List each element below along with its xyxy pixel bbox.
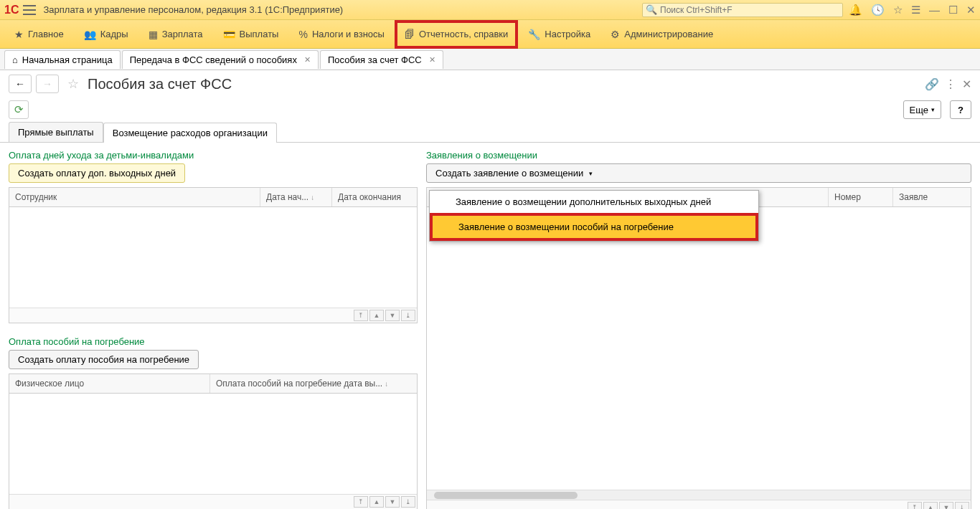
bell-icon[interactable]: 🔔 xyxy=(849,4,862,16)
kebab-icon[interactable]: ⋮ xyxy=(945,77,956,91)
logo-1c: 1C xyxy=(4,4,19,16)
section1-title: Оплата дней ухода за детьми-инвалидами xyxy=(9,150,418,161)
create-funeral-button[interactable]: Создать оплату пособия на погребение xyxy=(9,350,199,369)
menu-item-главное[interactable]: ★Главное xyxy=(4,20,74,49)
column-header[interactable]: Заявле xyxy=(893,188,936,206)
page-first-icon[interactable]: ⤒ xyxy=(908,502,922,509)
help-button[interactable]: ? xyxy=(950,100,971,119)
forward-button[interactable]: → xyxy=(36,75,59,93)
search-box[interactable]: 🔍 xyxy=(642,3,843,17)
section2-title: Оплата пособий на погребение xyxy=(9,336,418,347)
tab[interactable]: ⌂Начальная страница xyxy=(4,50,121,69)
grid2-body[interactable] xyxy=(9,394,417,494)
more-button[interactable]: Еще▾ xyxy=(903,100,941,119)
menu-icon: 💳 xyxy=(223,29,235,40)
menu-item-выплаты[interactable]: 💳Выплаты xyxy=(213,20,289,49)
page-last-icon[interactable]: ⤓ xyxy=(955,502,969,509)
page-first-icon[interactable]: ⤒ xyxy=(354,496,368,508)
menu-icon: 👥 xyxy=(84,29,96,40)
page-up-icon[interactable]: ▲ xyxy=(369,310,384,321)
star-icon[interactable]: ☆ xyxy=(893,4,903,16)
menu-icon: ▦ xyxy=(149,29,158,40)
create-request-button[interactable]: Создать заявление о возмещении▾ xyxy=(426,163,971,183)
maximize-icon[interactable]: ☐ xyxy=(948,4,958,16)
inner-tab[interactable]: Прямые выплаты xyxy=(9,122,103,142)
menu-item-отчетность-справки[interactable]: 🗐Отчетность, справки xyxy=(395,20,518,49)
horizontal-scrollbar[interactable] xyxy=(427,490,971,500)
column-header[interactable]: Номер xyxy=(829,188,893,206)
close-window-icon[interactable]: ✕ xyxy=(966,4,976,16)
page-down-icon[interactable]: ▼ xyxy=(385,310,400,321)
grid1-body[interactable] xyxy=(9,207,417,308)
close-tab-icon[interactable]: ✕ xyxy=(962,77,971,91)
home-icon: ⌂ xyxy=(12,54,18,65)
create-request-dropdown: Заявление о возмещении дополнительных вы… xyxy=(429,190,759,242)
link-icon[interactable]: 🔗 xyxy=(925,77,939,91)
menu-item-администрирование[interactable]: ⚙Администрирование xyxy=(600,20,723,49)
right-section-title: Заявления о возмещении xyxy=(426,150,971,161)
menu-item-настройка[interactable]: 🔧Настройка xyxy=(518,20,600,49)
page-down-icon[interactable]: ▼ xyxy=(939,502,953,509)
inner-tab[interactable]: Возмещение расходов организации xyxy=(103,123,277,143)
page-up-icon[interactable]: ▲ xyxy=(369,496,384,508)
grid3-body[interactable] xyxy=(427,207,971,490)
dropdown-item[interactable]: Заявление о возмещении пособий на погреб… xyxy=(430,213,758,241)
menu-item-зарплата[interactable]: ▦Зарплата xyxy=(138,20,213,49)
hamburger-icon[interactable] xyxy=(23,5,36,15)
search-icon: 🔍 xyxy=(646,4,657,15)
page-last-icon[interactable]: ⤓ xyxy=(401,496,415,508)
refresh-button[interactable]: ⟳ xyxy=(9,100,29,119)
page-down-icon[interactable]: ▼ xyxy=(385,496,400,508)
menu-item-кадры[interactable]: 👥Кадры xyxy=(74,20,138,49)
page-up-icon[interactable]: ▲ xyxy=(923,502,938,509)
column-header[interactable]: Оплата пособий на погребение дата вы...↓ xyxy=(210,374,416,393)
tab[interactable]: Пособия за счет ФСС✕ xyxy=(320,50,443,69)
minimize-icon[interactable]: — xyxy=(929,4,940,16)
filter-icon[interactable]: ☰ xyxy=(911,4,920,16)
create-extra-days-button[interactable]: Создать оплату доп. выходных дней xyxy=(9,163,185,183)
menu-icon: ⚙ xyxy=(611,29,620,40)
column-header[interactable]: Физическое лицо xyxy=(9,374,210,393)
dropdown-item[interactable]: Заявление о возмещении дополнительных вы… xyxy=(430,191,758,213)
menu-icon: % xyxy=(298,29,307,40)
history-icon[interactable]: 🕓 xyxy=(871,4,885,16)
column-header[interactable]: Сотрудник xyxy=(9,188,260,206)
search-input[interactable] xyxy=(660,5,839,15)
column-header[interactable]: Дата нач...↓ xyxy=(260,188,332,206)
close-icon[interactable]: ✕ xyxy=(429,55,435,65)
favorite-icon[interactable]: ☆ xyxy=(67,76,79,92)
page-last-icon[interactable]: ⤓ xyxy=(401,310,415,321)
page-title: Пособия за счет ФСС xyxy=(88,76,232,92)
sort-icon: ↓ xyxy=(385,380,388,388)
menu-icon: ★ xyxy=(14,29,24,40)
app-title: Зарплата и управление персоналом, редакц… xyxy=(43,4,642,15)
column-header[interactable]: Дата окончания xyxy=(332,188,416,206)
page-first-icon[interactable]: ⤒ xyxy=(354,310,368,321)
menu-item-налоги-и-взносы[interactable]: %Налоги и взносы xyxy=(288,20,395,49)
menu-icon: 🔧 xyxy=(528,29,540,40)
tab[interactable]: Передача в ФСС сведений о пособиях✕ xyxy=(122,50,319,69)
close-icon[interactable]: ✕ xyxy=(304,55,311,65)
menu-icon: 🗐 xyxy=(405,29,415,40)
sort-icon: ↓ xyxy=(311,194,314,201)
back-button[interactable]: ← xyxy=(9,75,32,93)
